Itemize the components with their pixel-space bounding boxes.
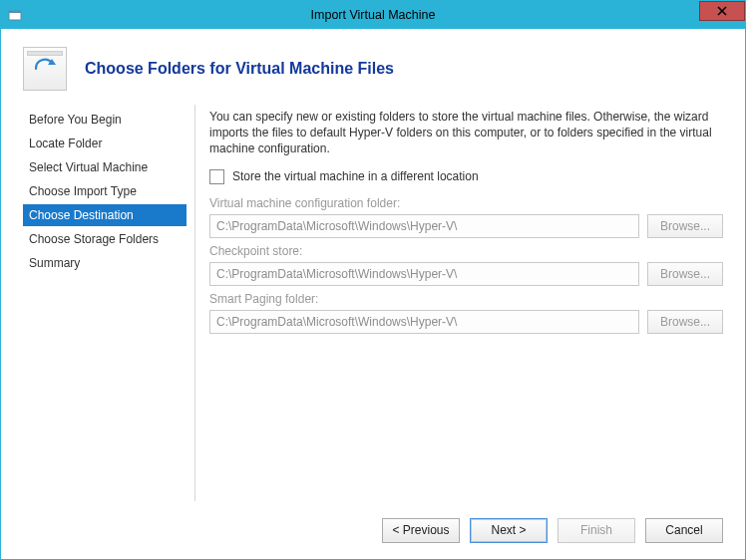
page-title: Choose Folders for Virtual Machine Files — [85, 60, 394, 78]
checkpoint-store-input[interactable]: C:\ProgramData\Microsoft\Windows\Hyper-V… — [209, 262, 639, 286]
checkpoint-store-browse-button[interactable]: Browse... — [647, 262, 723, 286]
next-button[interactable]: Next > — [470, 518, 548, 543]
app-icon — [7, 7, 23, 23]
step-summary[interactable]: Summary — [23, 252, 186, 274]
store-different-location-label: Store the virtual machine in a different… — [232, 169, 479, 183]
store-different-location-row: Store the virtual machine in a different… — [209, 169, 723, 184]
vertical-divider — [194, 105, 195, 501]
step-before-you-begin[interactable]: Before You Begin — [23, 109, 186, 131]
wizard-steps: Before You Begin Locate Folder Select Vi… — [23, 105, 194, 501]
wizard-footer: < Previous Next > Finish Cancel — [1, 501, 745, 559]
paging-folder-label: Smart Paging folder: — [209, 292, 723, 306]
checkpoint-store-label: Checkpoint store: — [209, 244, 723, 258]
svg-rect-1 — [9, 11, 21, 13]
step-choose-destination[interactable]: Choose Destination — [23, 204, 186, 226]
config-folder-input[interactable]: C:\ProgramData\Microsoft\Windows\Hyper-V… — [209, 214, 639, 238]
store-different-location-checkbox[interactable] — [209, 169, 224, 184]
config-folder-browse-button[interactable]: Browse... — [647, 214, 723, 238]
step-choose-storage-folders[interactable]: Choose Storage Folders — [23, 228, 186, 250]
step-choose-import-type[interactable]: Choose Import Type — [23, 180, 186, 202]
close-button[interactable] — [699, 1, 745, 21]
paging-folder-browse-button[interactable]: Browse... — [647, 310, 723, 334]
paging-folder-input[interactable]: C:\ProgramData\Microsoft\Windows\Hyper-V… — [209, 310, 639, 334]
previous-button[interactable]: < Previous — [382, 518, 460, 543]
import-icon — [23, 47, 67, 91]
finish-button[interactable]: Finish — [558, 518, 635, 543]
step-select-virtual-machine[interactable]: Select Virtual Machine — [23, 156, 186, 178]
step-locate-folder[interactable]: Locate Folder — [23, 133, 186, 154]
wizard-window: Import Virtual Machine Choose Folders fo… — [0, 0, 746, 560]
titlebar: Import Virtual Machine — [1, 1, 745, 29]
cancel-button[interactable]: Cancel — [645, 518, 723, 543]
intro-text: You can specify new or existing folders … — [209, 109, 723, 157]
window-title: Import Virtual Machine — [1, 8, 745, 22]
wizard-content: You can specify new or existing folders … — [209, 105, 723, 501]
wizard-header: Choose Folders for Virtual Machine Files — [1, 29, 745, 105]
config-folder-label: Virtual machine configuration folder: — [209, 196, 723, 210]
wizard-body: Before You Begin Locate Folder Select Vi… — [1, 105, 745, 501]
